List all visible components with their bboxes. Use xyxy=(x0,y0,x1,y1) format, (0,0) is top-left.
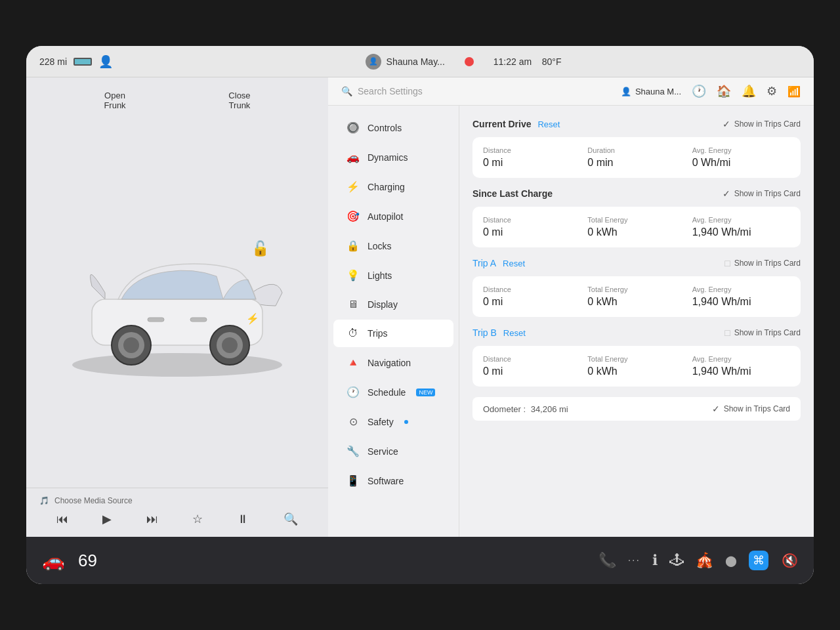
tesla-screen: 228 mi 👤 👤 Shauna May... 11:22 am 80°F xyxy=(26,46,814,584)
odometer-row: Odometer : 34,206 mi ✓ Show in Trips Car… xyxy=(472,397,801,421)
current-drive-duration-value: 0 min xyxy=(587,157,685,169)
car-visualization: ⚡ 🔓 xyxy=(26,110,328,488)
current-drive-energy: Avg. Energy 0 Wh/mi xyxy=(692,146,790,169)
since-charge-distance-label: Distance xyxy=(483,216,581,224)
nav-item-navigation[interactable]: 🔺 Navigation xyxy=(333,348,453,377)
svg-rect-9 xyxy=(190,318,207,322)
display-label: Display xyxy=(368,299,398,310)
nav-item-locks[interactable]: 🔒 Locks xyxy=(333,232,453,260)
current-drive-energy-value: 0 Wh/mi xyxy=(692,157,790,169)
svg-rect-8 xyxy=(148,318,164,322)
game-icon[interactable]: 🕹 xyxy=(669,552,684,569)
nav-menu: 🔘 Controls 🚗 Dynamics ⚡ Charging 🎯 xyxy=(328,106,459,537)
trip-b-header: Trip B Reset □ Show in Trips Card xyxy=(472,327,801,338)
circle-icon[interactable]: ⬤ xyxy=(725,555,737,567)
media-player: 🎵 Choose Media Source ⏮ ▶ ⏭ ☆ ⏸ 🔍 xyxy=(26,488,328,537)
time-temp: 11:22 am 80°F xyxy=(494,56,562,67)
taskbar-icons: 📞 ··· ℹ 🕹 🎪 ⬤ ⌘ xyxy=(598,551,768,570)
trip-a-distance: Distance 0 mi xyxy=(483,285,581,308)
trip-b-checkbox: □ xyxy=(724,327,730,338)
bluetooth-icon[interactable]: ⌘ xyxy=(749,551,768,570)
user-icon: 👤 xyxy=(621,87,631,96)
svg-point-4 xyxy=(123,337,139,353)
status-bar-center: 👤 Shauna May... 11:22 am 80°F xyxy=(126,54,801,70)
play-button[interactable]: ▶ xyxy=(102,512,112,526)
settings-header: 🔍 Search Settings 👤 Shauna M... 🕐 🏠 🔔 ⚙ … xyxy=(328,77,814,106)
nav-item-display[interactable]: 🖥 Display xyxy=(333,291,453,318)
driver-avatar: 👤 xyxy=(366,54,381,70)
lights-label: Lights xyxy=(368,270,392,281)
nav-item-trips[interactable]: ⏱ Trips xyxy=(333,320,453,347)
schedule-label: Schedule xyxy=(368,387,406,398)
range-display: 228 mi xyxy=(39,56,67,67)
settings-panel: 🔍 Search Settings 👤 Shauna M... 🕐 🏠 🔔 ⚙ … xyxy=(328,77,814,537)
driver-info: 👤 Shauna May... xyxy=(366,54,445,70)
favorite-button[interactable]: ☆ xyxy=(192,512,203,526)
more-icon[interactable]: ··· xyxy=(628,555,640,566)
charging-label: Charging xyxy=(368,182,405,192)
trip-b-total-energy: Total Energy 0 kWh xyxy=(587,355,685,377)
nav-item-lights[interactable]: 💡 Lights xyxy=(333,261,453,289)
current-drive-title-row: Current Drive Reset xyxy=(472,119,560,129)
current-time: 11:22 am xyxy=(494,56,532,67)
nav-item-schedule[interactable]: 🕐 Schedule NEW xyxy=(333,378,453,406)
current-drive-show-trips[interactable]: ✓ Show in Trips Card xyxy=(723,119,801,129)
prev-button[interactable]: ⏮ xyxy=(56,513,68,526)
volume-icon[interactable]: 🔇 xyxy=(782,553,798,568)
taskbar-car-icon[interactable]: 🚗 xyxy=(42,550,65,572)
profile-icon: 👤 xyxy=(98,54,113,69)
info-icon[interactable]: ℹ xyxy=(652,552,658,569)
nav-item-safety[interactable]: ⊙ Safety xyxy=(333,408,453,436)
settings-wrapper: 🔍 Search Settings 👤 Shauna M... 🕐 🏠 🔔 ⚙ … xyxy=(328,77,814,537)
odometer-show-trips[interactable]: ✓ Show in Trips Card xyxy=(712,404,790,414)
trip-b-distance: Distance 0 mi xyxy=(483,355,581,377)
current-drive-duration: Duration 0 min xyxy=(587,146,685,169)
current-drive-reset[interactable]: Reset xyxy=(537,119,560,129)
since-charge-header: Since Last Charge ✓ Show in Trips Card xyxy=(472,188,801,199)
trip-a-total-value: 0 kWh xyxy=(587,296,685,308)
main-content: Open Frunk Close Trunk xyxy=(26,77,814,537)
search-media-button[interactable]: 🔍 xyxy=(284,512,298,526)
nav-item-autopilot[interactable]: 🎯 Autopilot xyxy=(333,202,453,230)
trip-b-reset[interactable]: Reset xyxy=(503,328,526,338)
controls-label: Controls xyxy=(368,123,402,133)
since-charge-distance: Distance 0 mi xyxy=(483,216,581,238)
driver-name: Shauna May... xyxy=(387,56,445,67)
trip-a-title: Trip A xyxy=(472,258,496,268)
trip-b-distance-label: Distance xyxy=(483,355,581,363)
schedule-icon: 🕐 xyxy=(346,386,360,398)
phone-icon[interactable]: 📞 xyxy=(598,552,616,569)
search-box[interactable]: 🔍 Search Settings xyxy=(341,86,423,96)
close-trunk-button[interactable]: Close Trunk xyxy=(228,91,250,110)
nav-item-controls[interactable]: 🔘 Controls xyxy=(333,114,453,142)
trip-a-reset[interactable]: Reset xyxy=(503,259,525,268)
odometer-trips-label: Show in Trips Card xyxy=(724,404,790,413)
nav-item-charging[interactable]: ⚡ Charging xyxy=(333,173,453,201)
trip-a-show-trips[interactable]: □ Show in Trips Card xyxy=(724,258,801,268)
clock-icon: 🕐 xyxy=(692,84,706,98)
search-icon: 🔍 xyxy=(341,86,352,96)
since-charge-show-trips[interactable]: ✓ Show in Trips Card xyxy=(723,188,801,199)
apps-icon[interactable]: 🎪 xyxy=(696,552,713,569)
safety-icon: ⊙ xyxy=(346,415,360,428)
next-button[interactable]: ⏭ xyxy=(146,513,158,526)
svg-text:⚡: ⚡ xyxy=(246,312,259,325)
odometer-value: 34,206 mi xyxy=(531,404,568,414)
dynamics-label: Dynamics xyxy=(368,152,408,163)
safety-label: Safety xyxy=(368,417,394,427)
trip-a-distance-label: Distance xyxy=(483,285,581,293)
media-source[interactable]: 🎵 Choose Media Source xyxy=(39,496,315,505)
battery-indicator xyxy=(74,58,92,66)
temperature-display: 80°F xyxy=(542,56,562,67)
open-frunk-button[interactable]: Open Frunk xyxy=(104,91,125,110)
navigation-label: Navigation xyxy=(368,358,411,368)
car-buttons: Open Frunk Close Trunk xyxy=(26,77,328,110)
trip-a-stats: Distance 0 mi Total Energy 0 kWh Avg. En… xyxy=(472,276,801,317)
trip-b-show-trips[interactable]: □ Show in Trips Card xyxy=(724,327,801,338)
nav-item-dynamics[interactable]: 🚗 Dynamics xyxy=(333,143,453,171)
nav-item-service[interactable]: 🔧 Service xyxy=(333,437,453,465)
equalizer-button[interactable]: ⏸ xyxy=(237,513,249,526)
since-charge-checkmark: ✓ xyxy=(723,188,730,199)
nav-item-software[interactable]: 📱 Software xyxy=(333,467,453,495)
trip-a-header: Trip A Reset □ Show in Trips Card xyxy=(472,258,801,268)
